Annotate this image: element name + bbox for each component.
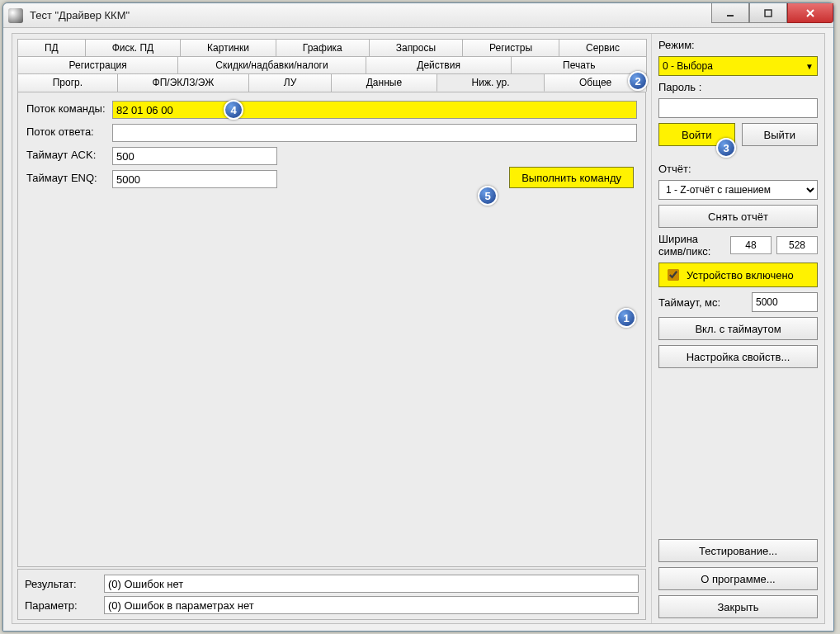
enable-with-timeout-button[interactable]: Вкл. с таймаутом [658,317,818,340]
report-label: Отчёт: [658,163,818,175]
login-row: Войти Выйти 3 [658,123,818,146]
close-window-button[interactable] [787,3,833,23]
annotation-bubble-1: 1 [616,308,636,328]
execute-command-button[interactable]: Выполнить команду [509,167,634,188]
annotation-bubble-5: 5 [478,186,498,206]
timeout-row: Таймаут, мс: [658,292,818,312]
maximize-icon [762,7,774,19]
close-icon [805,7,816,19]
tab-queries[interactable]: Запросы [369,39,463,56]
client-area: ПД Фиск. ПД Картинки Графика Запросы Рег… [12,33,825,624]
minimize-button[interactable] [711,3,749,23]
app-window: Тест "Драйвер ККМ" ПД Фиск. ПД Картинки … [2,2,834,632]
tab-lowlevel[interactable]: Ниж. ур. [437,73,545,92]
chevron-down-icon: ▼ [805,62,814,71]
tab-pd[interactable]: ПД [17,39,86,56]
snap-report-button[interactable]: Снять отчёт [658,205,818,228]
tab-pictures[interactable]: Картинки [180,39,276,56]
report-select[interactable]: 1 - Z-отчёт с гашением [658,180,818,200]
command-stream-row: Поток команды: [26,101,637,119]
tab-lu[interactable]: ЛУ [248,73,332,92]
about-button[interactable]: О программе... [658,567,818,590]
right-pane: Режим: 0 - Выбора ▼ Пароль : Войти Выйти… [651,34,824,623]
app-icon [8,8,23,23]
maximize-button[interactable] [749,3,787,23]
tab-row-3: Прогр. ФП/ЭКЛЗ/ЭЖ ЛУ Данные Ниж. ур. Общ… [17,73,646,92]
tab-discounts[interactable]: Скидки/надбавки/налоги [177,56,366,73]
timeout-ms-label: Таймаут, мс: [658,296,747,309]
tab-registers[interactable]: Регистры [462,39,559,56]
command-stream-label: Поток команды: [26,101,112,116]
timeout-ack-input[interactable] [112,147,277,165]
mode-select-value: 0 - Выбора [663,60,713,72]
device-enabled-row[interactable]: Устройство включено [658,263,818,287]
result-label: Результат: [25,578,104,590]
logout-button[interactable]: Выйти [742,123,819,146]
window-buttons [711,3,833,23]
device-enabled-label: Устройство включено [687,269,794,282]
tab-prog[interactable]: Прогр. [17,73,118,92]
timeout-enq-label: Таймаут ENQ: [26,170,112,185]
response-stream-input[interactable] [112,124,637,142]
tab-graphics[interactable]: Графика [276,39,370,56]
param-value[interactable] [104,596,639,614]
password-input[interactable] [658,98,818,118]
width-chars-input[interactable] [730,236,772,254]
param-label: Параметр: [25,599,104,612]
tab-content: Поток команды: Поток ответа: Таймаут ACK… [17,92,646,567]
mode-label: Режим: [658,39,818,51]
window-title: Тест "Драйвер ККМ" [30,9,130,21]
titlebar: Тест "Драйвер ККМ" [3,3,833,28]
left-pane: ПД Фиск. ПД Картинки Графика Запросы Рег… [12,34,651,623]
tab-service[interactable]: Сервис [559,39,647,56]
password-label: Пароль : [658,81,818,93]
width-label: Ширина симв/пикс: [658,233,725,258]
testing-button[interactable]: Тестирование... [658,539,818,562]
result-value[interactable] [104,575,639,593]
width-row: Ширина симв/пикс: [658,233,818,258]
tab-fp[interactable]: ФП/ЭКЛЗ/ЭЖ [117,73,249,92]
result-row: Результат: [25,575,639,593]
tab-row-1: ПД Фиск. ПД Картинки Графика Запросы Рег… [17,39,646,56]
close-button[interactable]: Закрыть [658,595,818,618]
tab-stack: ПД Фиск. ПД Картинки Графика Запросы Рег… [17,39,646,92]
timeout-ack-label: Таймаут ACK: [26,147,112,162]
tab-actions[interactable]: Действия [366,56,512,73]
response-stream-label: Поток ответа: [26,124,112,139]
response-stream-row: Поток ответа: [26,124,637,142]
svg-rect-1 [765,10,772,17]
annotation-bubble-2: 2 [628,71,648,91]
annotation-bubble-3: 3 [716,138,736,158]
properties-button[interactable]: Настройка свойств... [658,345,818,368]
tab-print[interactable]: Печать [511,56,647,73]
mode-select[interactable]: 0 - Выбора ▼ [658,56,818,76]
device-enabled-checkbox[interactable] [668,269,679,281]
status-area: Результат: Параметр: [17,569,646,620]
timeout-ms-input[interactable] [752,292,818,312]
command-stream-input[interactable] [112,101,637,119]
width-px-input[interactable] [776,236,818,254]
tab-row-2: Регистрация Скидки/надбавки/налоги Дейст… [17,56,646,73]
timeout-enq-input[interactable] [112,170,277,188]
tab-data[interactable]: Данные [331,73,437,92]
minimize-icon [724,7,736,19]
tab-registration[interactable]: Регистрация [17,56,178,73]
param-row: Параметр: [25,596,639,614]
timeout-ack-row: Таймаут ACK: [26,147,637,165]
annotation-bubble-4: 4 [224,100,243,120]
tab-fisk-pd[interactable]: Фиск. ПД [85,39,181,56]
